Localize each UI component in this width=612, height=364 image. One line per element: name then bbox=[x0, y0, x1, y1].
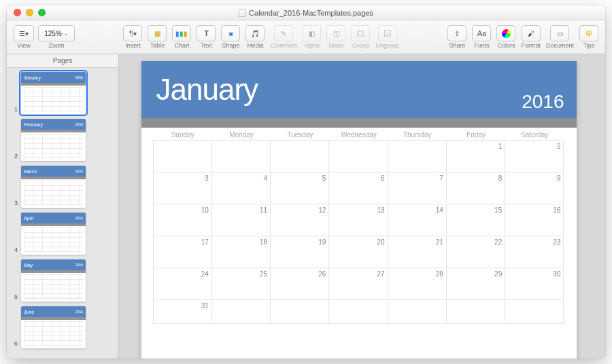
calendar-cell[interactable]: 13 bbox=[328, 204, 388, 236]
pages-sidebar: Pages 1January20162February20163March201… bbox=[7, 54, 119, 359]
thumbnail-row[interactable]: 1January2016 bbox=[7, 72, 118, 114]
calendar-page[interactable]: January 2016 SundayMondayTuesdayWednesda… bbox=[141, 61, 577, 359]
zoom-label: Zoom bbox=[48, 42, 64, 49]
window-title: Calendar_2016-MacTemplates.pages bbox=[7, 9, 605, 17]
calendar-cell[interactable]: 6 bbox=[328, 172, 388, 204]
thumbnail-row[interactable]: 6June2016 bbox=[7, 306, 118, 348]
thumbnail-row[interactable]: 4April2016 bbox=[7, 213, 118, 255]
calendar-cell[interactable]: 15 bbox=[446, 204, 505, 236]
calendar-cell[interactable] bbox=[388, 140, 447, 172]
calendar-cell[interactable] bbox=[211, 140, 271, 172]
group-icon: ⿴ bbox=[357, 30, 364, 37]
share-label: Share bbox=[449, 42, 465, 49]
calendar-cell[interactable]: 1 bbox=[446, 140, 505, 172]
fullscreen-icon[interactable] bbox=[38, 9, 46, 16]
calendar-grid[interactable]: 1234567891011121314151617181920212223242… bbox=[154, 141, 564, 324]
tips-label: Tips bbox=[583, 42, 595, 49]
calendar-cell[interactable] bbox=[270, 140, 329, 172]
calendar-day-header: Thursday bbox=[388, 130, 447, 140]
calendar-cell[interactable]: 11 bbox=[211, 204, 271, 236]
calendar-cell[interactable]: 23 bbox=[505, 236, 564, 268]
chart-button[interactable]: ▮▮▮ bbox=[172, 25, 191, 41]
calendar-cell[interactable] bbox=[328, 140, 388, 172]
calendar-cell[interactable]: 7 bbox=[388, 172, 447, 204]
calendar-cell[interactable]: 3 bbox=[153, 172, 212, 204]
view-group: ☰▾ View bbox=[14, 25, 34, 49]
table-label: Table bbox=[150, 42, 165, 49]
calendar-cell[interactable] bbox=[328, 299, 388, 324]
ungroup-button[interactable]: ⿳ bbox=[378, 25, 397, 41]
table-button[interactable]: ▦ bbox=[148, 25, 167, 41]
calendar-cell[interactable]: 2 bbox=[505, 140, 564, 172]
thumbnail[interactable]: February2016 bbox=[21, 119, 86, 161]
mask-button[interactable]: ◫ bbox=[326, 25, 345, 41]
insert-button[interactable]: ¶▾ bbox=[123, 25, 142, 41]
thumbnail-row[interactable]: 3March2016 bbox=[7, 166, 118, 208]
share-button[interactable]: ⇪ bbox=[447, 25, 466, 41]
calendar-cell[interactable] bbox=[270, 299, 329, 324]
thumbnail[interactable]: March2016 bbox=[21, 166, 86, 208]
view-button[interactable]: ☰▾ bbox=[14, 25, 34, 41]
calendar-cell[interactable]: 28 bbox=[388, 268, 447, 300]
insert-label: Insert bbox=[125, 42, 141, 49]
shape-button[interactable]: ■ bbox=[221, 25, 240, 41]
calendar-row: 3456789 bbox=[154, 172, 564, 204]
group-button[interactable]: ⿴ bbox=[351, 25, 370, 41]
thumbnail[interactable]: May2016 bbox=[21, 259, 86, 302]
calendar-cell[interactable]: 12 bbox=[270, 204, 329, 236]
calendar-cell[interactable] bbox=[388, 299, 447, 324]
calendar-cell[interactable]: 4 bbox=[211, 172, 271, 204]
calendar-cell[interactable]: 20 bbox=[328, 236, 388, 268]
calendar-cell[interactable]: 31 bbox=[153, 299, 212, 324]
calendar-cell[interactable]: 9 bbox=[505, 172, 564, 204]
calendar-day-headers: SundayMondayTuesdayWednesdayThursdayFrid… bbox=[154, 130, 564, 140]
text-button[interactable]: T bbox=[197, 25, 216, 41]
calendar-year[interactable]: 2016 bbox=[522, 91, 564, 118]
thumbnail-row[interactable]: 2February2016 bbox=[7, 119, 118, 161]
colors-button[interactable] bbox=[496, 25, 515, 41]
zoom-select[interactable]: 125% ⌄ bbox=[38, 25, 75, 41]
comment-button[interactable]: ✎ bbox=[274, 25, 293, 41]
calendar-cell[interactable]: 29 bbox=[446, 268, 505, 300]
thumbnail-row[interactable]: 5May2016 bbox=[7, 259, 118, 302]
calendar-cell[interactable]: 19 bbox=[270, 236, 329, 268]
thumbnail[interactable]: April2016 bbox=[21, 213, 86, 255]
calendar-cell[interactable] bbox=[211, 299, 271, 324]
calendar-cell[interactable]: 16 bbox=[505, 204, 564, 236]
calendar-cell[interactable]: 17 bbox=[153, 236, 212, 268]
calendar-cell[interactable]: 24 bbox=[153, 268, 212, 300]
calendar-cell[interactable] bbox=[505, 299, 564, 324]
calendar-month[interactable]: January bbox=[156, 73, 258, 107]
fonts-button[interactable]: Aa bbox=[472, 25, 491, 41]
thumbnail-number: 1 bbox=[12, 106, 18, 114]
calendar-cell[interactable] bbox=[153, 140, 212, 172]
calendar-day-header: Monday bbox=[212, 130, 271, 140]
calendar-cell[interactable]: 18 bbox=[211, 236, 271, 268]
minimize-icon[interactable] bbox=[26, 9, 33, 16]
calendar-cell[interactable] bbox=[446, 299, 505, 324]
alpha-button[interactable]: ◧ bbox=[302, 25, 321, 41]
colors-label: Colors bbox=[497, 42, 515, 49]
calendar-cell[interactable]: 30 bbox=[505, 268, 564, 300]
calendar-cell[interactable]: 22 bbox=[446, 236, 505, 268]
share-icon: ⇪ bbox=[454, 30, 460, 37]
calendar-cell[interactable]: 14 bbox=[388, 204, 447, 236]
tips-button[interactable]: ⦿ bbox=[579, 25, 598, 41]
document-button[interactable]: ▭ bbox=[550, 25, 569, 41]
thumbnail[interactable]: January2016 bbox=[21, 72, 86, 114]
calendar-cell[interactable]: 26 bbox=[270, 268, 329, 300]
calendar-cell[interactable]: 5 bbox=[270, 172, 329, 204]
calendar-cell[interactable]: 10 bbox=[153, 204, 212, 236]
media-button[interactable]: 🎵 bbox=[245, 25, 265, 41]
mask-icon: ◫ bbox=[333, 30, 339, 37]
calendar-day-header: Friday bbox=[447, 130, 505, 140]
format-button[interactable]: 🖌 bbox=[522, 25, 541, 41]
calendar-cell[interactable]: 21 bbox=[388, 236, 447, 268]
document-canvas[interactable]: January 2016 SundayMondayTuesdayWednesda… bbox=[119, 54, 605, 359]
calendar-cell[interactable]: 8 bbox=[446, 172, 505, 204]
thumbnail[interactable]: June2016 bbox=[21, 306, 86, 348]
calendar-cell[interactable]: 27 bbox=[328, 268, 388, 300]
document-icon bbox=[239, 9, 245, 17]
close-icon[interactable] bbox=[14, 9, 21, 16]
calendar-cell[interactable]: 25 bbox=[211, 268, 271, 300]
